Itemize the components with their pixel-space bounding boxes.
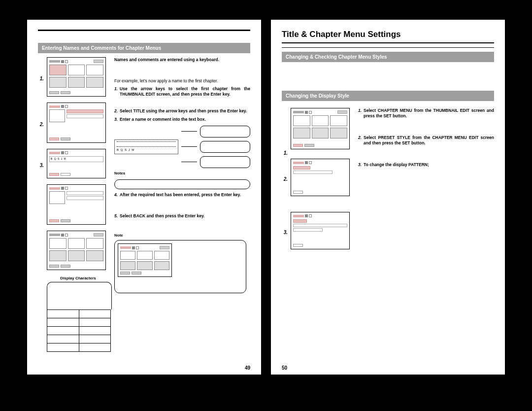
section-header: Changing & Checking Chapter Menu Styles (282, 52, 494, 62)
instructions-column: Names and comments are entered using a k… (114, 57, 250, 352)
display-chars-label: Display Characters (47, 276, 109, 280)
instructions-column: 1.Select CHAPTER MENU from the THUMBNAIL… (358, 105, 494, 255)
screenshot: B Q S J M (47, 149, 106, 178)
text-entry: B Q S J M (49, 156, 103, 162)
screenshot (47, 184, 106, 225)
page-left: Entering Names and Comments for Chapter … (27, 20, 261, 375)
section-header: Changing the Display Style (282, 91, 494, 101)
screenshot (291, 159, 350, 196)
note-big (114, 240, 246, 293)
instr: Select PRESET STYLE from the CHAPTER MEN… (364, 135, 494, 146)
content: 1. 2. (38, 57, 250, 352)
screenshots-column: 1. 2. (282, 105, 353, 255)
screenshot (291, 212, 350, 249)
step-num: 1. (282, 150, 288, 156)
instr: After the required text has been entered… (120, 192, 241, 198)
notes-label: Notes (114, 171, 250, 176)
step-num: 1. (38, 76, 44, 81)
instr: Select TITLE using the arrow keys and th… (120, 108, 247, 114)
diagram: B Q S J M (114, 126, 250, 168)
page-right: Title & Chapter Menu Settings Changing &… (271, 20, 505, 375)
page-number: 50 (282, 365, 287, 371)
page-title: Title & Chapter Menu Settings (282, 30, 494, 43)
section-header: Entering Names and Comments for Chapter … (38, 43, 250, 53)
step-num: 3. (38, 163, 44, 168)
instr: Use the arrow keys to select the first c… (120, 86, 250, 98)
instr: Select CHAPTER MENU from the THUMBNAIL E… (364, 108, 494, 119)
intro-text: Names and comments are entered using a k… (114, 57, 250, 63)
screenshots-column: 1. 2. (38, 57, 109, 352)
char-table (47, 309, 111, 352)
notes-box (114, 179, 250, 189)
rule (38, 30, 250, 31)
instr: To change the display PATTERN; (364, 162, 429, 168)
screenshot (291, 108, 350, 149)
step-num: 2. (282, 176, 288, 182)
instr: Select BACK and then press the Enter key… (120, 213, 204, 219)
instr: Enter a name or comment into the text bo… (120, 117, 206, 122)
screenshot (47, 57, 106, 97)
screenshot (47, 231, 106, 270)
content: 1. 2. (282, 105, 494, 255)
screenshot (47, 103, 106, 143)
step-num: 2. (38, 122, 44, 127)
example-text: For example, let's now apply a name to t… (114, 78, 250, 84)
page-number: 49 (245, 365, 250, 371)
step-num: 3. (282, 230, 288, 235)
note-label: Note (114, 233, 250, 239)
